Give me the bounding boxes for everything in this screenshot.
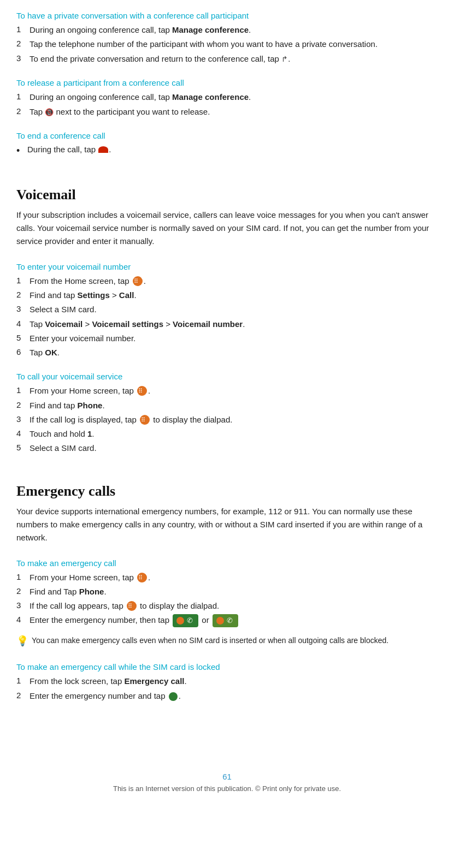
tip-box: 💡 You can make emergency calls even when… — [16, 633, 438, 649]
vm-step-3: 3 Select a SIM card. — [16, 303, 438, 316]
voicemail-section: Voicemail If your subscription includes … — [16, 187, 438, 455]
sl-step-1: 1 From the lock screen, tap Emergency ca… — [16, 675, 438, 687]
voicemail-body: If your subscription includes a voicemai… — [16, 209, 438, 248]
vm-step-4: 4 Tap Voicemail > Voicemail settings > V… — [16, 318, 438, 330]
footer-page-number: 61 — [16, 772, 438, 781]
step-3: 3 To end the private conversation and re… — [16, 52, 438, 66]
enter-voicemail-heading: To enter your voicemail number — [16, 262, 438, 271]
one-bold: 1 — [87, 429, 92, 438]
cv-step-1: 1 From your Home screen, tap . — [16, 384, 438, 397]
vm-step-6: 6 Tap OK. — [16, 346, 438, 359]
voicemail-heading: Voicemail — [16, 187, 438, 203]
emergency-section: Emergency calls Your device supports int… — [16, 483, 438, 702]
voicemail-settings-bold: Voicemail settings — [92, 319, 163, 329]
call-button-2: ✆ — [213, 614, 238, 627]
grid-icon-4 — [137, 573, 147, 582]
footer-note: This is an Internet version of this publ… — [16, 784, 438, 793]
call-bold: Call — [119, 290, 134, 300]
grid-icon-2 — [137, 386, 147, 396]
emergency-body: Your device supports international emerg… — [16, 505, 438, 544]
vm-step-5: 5 Enter your voicemail number. — [16, 332, 438, 344]
grid-icon-5 — [127, 601, 137, 611]
voicemail-bold: Voicemail — [45, 319, 82, 329]
end-conference-section: To end a conference call • During the ca… — [16, 131, 438, 158]
make-emergency-heading: To make an emergency call — [16, 558, 438, 568]
merge-icon: ↱ — [281, 53, 288, 66]
call-end-icon — [98, 146, 108, 153]
enter-voicemail-number-section: To enter your voicemail number 1 From th… — [16, 262, 438, 359]
end-conference-item: • During the call, tap . — [16, 144, 438, 158]
grid-icon-3 — [140, 415, 150, 425]
ec-step-1: 1 From your Home screen, tap . — [16, 571, 438, 584]
green-dot-icon — [169, 692, 178, 701]
sim-locked-heading: To make an emergency call while the SIM … — [16, 662, 438, 671]
ec-step-4: 4 Enter the emergency number, then tap ✆… — [16, 614, 438, 627]
end-conference-heading: To end a conference call — [16, 131, 438, 140]
enter-voicemail-steps: 1 From the Home screen, tap . 2 Find and… — [16, 275, 438, 359]
release-step-1: 1 During an ongoing conference call, tap… — [16, 91, 438, 103]
sim-locked-steps: 1 From the lock screen, tap Emergency ca… — [16, 675, 438, 702]
emergency-call-bold: Emergency call — [124, 676, 184, 686]
tip-text: You can make emergency calls even when n… — [32, 635, 388, 647]
vm-step-1: 1 From the Home screen, tap . — [16, 275, 438, 287]
cv-step-2: 2 Find and tap Phone. — [16, 399, 438, 412]
end-conference-list: • During the call, tap . — [16, 144, 438, 158]
manage-conference-bold: Manage conference — [172, 25, 249, 34]
ec-step-2: 2 Find and Tap Phone. — [16, 585, 438, 598]
call-button-1: ✆ — [173, 614, 198, 627]
step-1: 1 During an ongoing conference call, tap… — [16, 23, 438, 36]
call-btn-circle-2 — [216, 617, 224, 625]
private-convo-heading: To have a private conversation with a co… — [16, 11, 438, 20]
emergency-heading: Emergency calls — [16, 483, 438, 500]
phone-bold: Phone — [78, 401, 103, 410]
call-voicemail-heading: To call your voicemail service — [16, 372, 438, 381]
call-voicemail-section: To call your voicemail service 1 From yo… — [16, 372, 438, 454]
private-conversation-section: To have a private conversation with a co… — [16, 11, 438, 65]
release-participant-heading: To release a participant from a conferen… — [16, 78, 438, 87]
call-voicemail-steps: 1 From your Home screen, tap . 2 Find an… — [16, 384, 438, 454]
cv-step-5: 5 Select a SIM card. — [16, 442, 438, 454]
phone-bold2: Phone — [79, 587, 104, 596]
release-steps: 1 During an ongoing conference call, tap… — [16, 91, 438, 118]
call-btn-circle-1 — [176, 617, 184, 625]
ec-step-3: 3 If the call log appears, tap to displa… — [16, 599, 438, 612]
make-emergency-call-section: To make an emergency call 1 From your Ho… — [16, 558, 438, 628]
grid-icon-1 — [133, 276, 143, 286]
release-step-2: 2 Tap 📵 next to the participant you want… — [16, 105, 438, 118]
vm-step-2: 2 Find and tap Settings > Call. — [16, 289, 438, 301]
make-emergency-steps: 1 From your Home screen, tap . 2 Find an… — [16, 571, 438, 628]
release-participant-section: To release a participant from a conferen… — [16, 78, 438, 118]
settings-bold: Settings — [78, 290, 110, 300]
manage-conference-bold2: Manage conference — [172, 92, 249, 102]
ok-bold: OK — [45, 348, 57, 357]
sl-step-2: 2 Enter the emergency number and tap . — [16, 689, 438, 702]
sim-locked-section: To make an emergency call while the SIM … — [16, 662, 438, 702]
voicemail-number-bold: Voicemail number — [173, 319, 243, 329]
release-icon: 📵 — [45, 107, 54, 118]
cv-step-3: 3 If the call log is displayed, tap to d… — [16, 413, 438, 426]
tip-icon: 💡 — [16, 635, 32, 647]
cv-step-4: 4 Touch and hold 1. — [16, 427, 438, 440]
private-convo-steps: 1 During an ongoing conference call, tap… — [16, 23, 438, 65]
step-2: 2 Tap the telephone number of the partic… — [16, 38, 438, 50]
